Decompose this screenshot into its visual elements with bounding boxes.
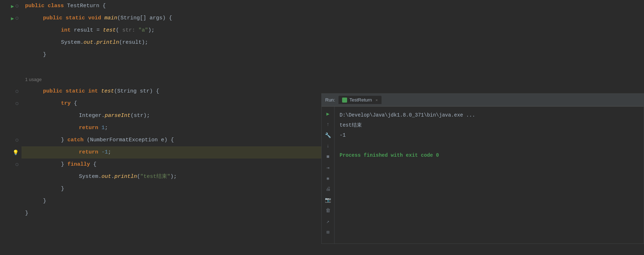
gutter-row-3 bbox=[0, 24, 19, 37]
run-output: D:\Develop\Java\jdk1.8.0_371\bin\java.ex… bbox=[335, 107, 644, 244]
usage-label: 1 usage bbox=[22, 73, 644, 85]
gutter-row-8: ⬡ bbox=[0, 85, 19, 98]
plain-dot-15: . bbox=[111, 171, 114, 183]
plain-system-15: System. bbox=[79, 171, 101, 183]
kw-int: int bbox=[61, 24, 74, 37]
output-neg1: -1 bbox=[340, 132, 346, 138]
kw-class: class bbox=[48, 0, 67, 12]
plain-paren-15: ( bbox=[137, 171, 140, 183]
run-gutter-icon-1[interactable]: ▶ bbox=[11, 3, 14, 9]
num-1: 1 bbox=[101, 122, 105, 134]
fold-icon-2[interactable]: ⬡ bbox=[15, 16, 19, 20]
rerun-button[interactable]: ⇥ bbox=[323, 162, 333, 173]
fold-icon-14[interactable]: ⬡ bbox=[15, 162, 19, 167]
layout-button[interactable]: ⊞ bbox=[323, 227, 333, 237]
plain-e: e) { bbox=[158, 134, 174, 146]
kw-catch: catch bbox=[67, 134, 84, 146]
bulb-icon-13[interactable]: 💡 bbox=[13, 150, 19, 156]
gutter-row-9: ⬡ bbox=[0, 98, 19, 110]
method-test-8: test bbox=[101, 85, 114, 98]
method-out-4: out bbox=[84, 37, 93, 49]
gutter-row-usage bbox=[0, 73, 19, 85]
kw-public-2: public bbox=[43, 12, 66, 24]
output-line-1: D:\Develop\Java\jdk1.8.0_371\bin\java.ex… bbox=[340, 110, 639, 120]
gutter-row-5 bbox=[0, 49, 19, 61]
plain-args: [] args) { bbox=[140, 12, 172, 24]
pin-button[interactable]: ✱ bbox=[323, 173, 333, 183]
kw-void: void bbox=[88, 12, 104, 24]
clear-button[interactable]: 🗑 bbox=[323, 206, 333, 216]
gutter-row-11 bbox=[0, 122, 19, 134]
param-hint-str: str: bbox=[119, 24, 138, 37]
output-line-3: -1 bbox=[340, 130, 639, 140]
plain-brace-finally: } bbox=[61, 159, 67, 171]
code-line-2: public static void main(String[] args) { bbox=[22, 12, 644, 24]
output-path-text: D:\Develop\Java\jdk1.8.0_371\bin\java.ex… bbox=[340, 112, 475, 118]
open-external-button[interactable]: ↗ bbox=[323, 216, 333, 226]
scroll-down-button[interactable]: ↓ bbox=[323, 141, 333, 151]
run-tab-icon bbox=[342, 98, 347, 103]
gutter-row-12: ⬡ bbox=[0, 134, 19, 146]
plain-brace-5: } bbox=[43, 49, 46, 61]
line-gutter: ▶ ⬡ ▶ ⬡ ⬡ ⬡ bbox=[0, 0, 22, 255]
gutter-row-10 bbox=[0, 110, 19, 122]
fold-icon-9[interactable]: ⬡ bbox=[15, 101, 19, 106]
output-process-finished: Process finished with exit code 0 bbox=[340, 152, 439, 158]
plain-dot-4: . bbox=[93, 37, 96, 49]
gutter-row-17 bbox=[0, 195, 19, 207]
str-a: "a" bbox=[138, 24, 148, 37]
kw-return-13: return bbox=[79, 146, 101, 159]
run-gutter-icon-2[interactable]: ▶ bbox=[11, 15, 14, 22]
fold-icon-8[interactable]: ⬡ bbox=[15, 89, 19, 94]
kw-public-1: public bbox=[25, 0, 48, 12]
plain-brace-finally-open: { bbox=[90, 159, 96, 171]
output-line-5: Process finished with exit code 0 bbox=[340, 150, 639, 160]
code-line-1: public class TestReturn { bbox=[22, 0, 644, 12]
run-button[interactable]: ▶ bbox=[323, 109, 333, 119]
gutter-row-15 bbox=[0, 171, 19, 183]
plain-brace-17: } bbox=[43, 195, 46, 207]
kw-int-8: int bbox=[88, 85, 101, 98]
run-tab-close-button[interactable]: × bbox=[375, 98, 378, 102]
run-tab-name: TestReturn bbox=[349, 97, 372, 103]
plain-brace-catch: } bbox=[61, 134, 67, 146]
print-button[interactable]: 🖨 bbox=[323, 184, 333, 194]
output-line-4 bbox=[340, 140, 639, 150]
screenshot-button[interactable]: 📷 bbox=[323, 195, 333, 205]
run-tab[interactable]: TestReturn × bbox=[338, 96, 381, 104]
method-main: main bbox=[104, 12, 117, 24]
brace-open-1: { bbox=[99, 0, 106, 12]
method-out-15: out bbox=[101, 171, 111, 183]
gutter-row-14: ⬡ bbox=[0, 159, 19, 171]
plain-semi-13: ; bbox=[108, 146, 111, 159]
plain-result: result = bbox=[74, 24, 103, 37]
plain-paren-catch: ( bbox=[84, 134, 90, 146]
gutter-row-2: ▶ ⬡ bbox=[0, 12, 19, 24]
run-toolbar: ▶ ↑ 🔧 ↓ ■ ⇥ ✱ 🖨 📷 🗑 ↗ ⊞ bbox=[322, 107, 335, 244]
fold-icon-12[interactable]: ⬡ bbox=[15, 138, 19, 142]
plain-paren-3: ( bbox=[116, 24, 119, 37]
type-numberformat: NumberFormatException bbox=[90, 134, 158, 146]
code-line-3: int result = test( str: "a"); bbox=[22, 24, 644, 37]
plain-result-call: (result); bbox=[119, 37, 148, 49]
code-line-4: System.out.println(result); bbox=[22, 37, 644, 49]
gutter-row-18 bbox=[0, 207, 19, 219]
stop-button[interactable]: ■ bbox=[323, 152, 333, 162]
scroll-up-button[interactable]: ↑ bbox=[323, 119, 333, 129]
plain-paren-8: ( bbox=[114, 85, 117, 98]
fold-icon-1[interactable]: ⬡ bbox=[15, 4, 19, 8]
plain-semi-11: ; bbox=[105, 122, 108, 134]
plain-system-4: System. bbox=[61, 37, 84, 49]
run-panel-header: Run: TestReturn × bbox=[322, 94, 644, 107]
plain-paren-2: ( bbox=[117, 12, 120, 24]
gutter-row-13: 💡 bbox=[0, 146, 19, 159]
str-test-end: "test结束" bbox=[140, 171, 170, 183]
code-line-6 bbox=[22, 61, 644, 73]
plain-brace-16: } bbox=[61, 183, 64, 195]
run-label: Run: bbox=[325, 97, 335, 103]
settings-button[interactable]: 🔧 bbox=[323, 130, 333, 140]
type-string-8: String bbox=[117, 85, 137, 98]
method-println-15: println bbox=[114, 171, 137, 183]
method-println-4: println bbox=[96, 37, 119, 49]
kw-try: try bbox=[61, 98, 71, 110]
